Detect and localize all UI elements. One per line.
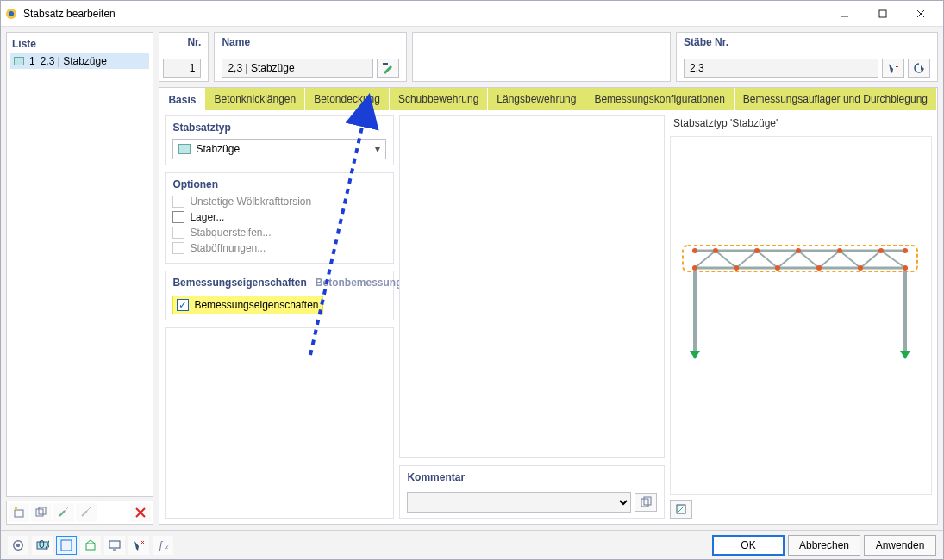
svg-rect-60 <box>109 541 120 548</box>
footer-help-button[interactable] <box>8 536 28 555</box>
svg-line-34 <box>881 251 905 268</box>
svg-point-36 <box>713 248 718 253</box>
footer-model-button[interactable] <box>80 536 101 555</box>
svg-point-41 <box>816 265 822 271</box>
ok-button[interactable]: OK <box>712 535 785 556</box>
preview-canvas <box>670 136 932 495</box>
stabsatztyp-select[interactable]: Stabzüge ▾ <box>172 139 386 159</box>
main-pane: Basis Betonknicklängen Betondeckung Schu… <box>159 87 938 525</box>
app-icon <box>4 7 18 21</box>
tab-betondeckung[interactable]: Betondeckung <box>305 88 390 110</box>
titlebar: Stabsatz bearbeiten <box>1 1 943 27</box>
name-input[interactable] <box>222 59 373 78</box>
middle-column: Kommentar <box>399 115 665 519</box>
list-item-color-icon <box>14 57 24 65</box>
bemessung-subtabs: Bemessungseigenschaften Betonbemessung <box>172 277 386 289</box>
assign-button-2[interactable] <box>76 503 97 522</box>
form-column: Stabsatztyp Stabzüge ▾ Optionen <box>165 115 394 519</box>
nr-field-box: Nr. <box>159 32 209 82</box>
tab-schubbewehrung[interactable]: Schubbewehrung <box>390 88 488 110</box>
form-spacer <box>165 327 394 519</box>
empty-field-box <box>412 32 671 82</box>
svg-point-43 <box>858 265 863 271</box>
bemessungseigenschaften-checkbox-row[interactable]: ✓ Bemessungseigenschaften <box>172 296 322 314</box>
tab-basis[interactable]: Basis <box>159 88 205 110</box>
window-title: Stabsatz bearbeiten <box>23 8 826 20</box>
new-item-button[interactable] <box>9 503 29 522</box>
footer-view-button[interactable] <box>56 536 77 555</box>
reverse-button[interactable] <box>908 59 930 78</box>
name-field-box: Name <box>214 32 407 82</box>
list-item-label: 2,3 | Stabzüge <box>41 55 107 67</box>
svg-marker-7 <box>15 507 17 510</box>
svg-marker-22 <box>900 351 910 359</box>
svg-point-40 <box>796 248 801 253</box>
copy-item-button[interactable] <box>31 503 52 522</box>
svg-line-26 <box>716 251 736 268</box>
svg-line-31 <box>819 251 840 268</box>
svg-text:0,00: 0,00 <box>39 538 49 551</box>
option-lager[interactable]: Lager... <box>172 211 386 223</box>
svg-rect-12 <box>383 63 388 65</box>
footer-select-button[interactable] <box>128 536 149 555</box>
footer-units-button[interactable]: 0,00 <box>32 536 53 555</box>
checkbox-icon[interactable] <box>172 211 184 223</box>
pick-members-button[interactable] <box>882 59 904 78</box>
svg-rect-6 <box>15 510 23 517</box>
option-stabquersteifen: Stabquersteifen... <box>172 227 386 239</box>
bemessung-group: Bemessungseigenschaften Betonbemessung ✓… <box>165 271 394 320</box>
option-woelbkraft: Unstetige Wölbkrafttorsion <box>172 196 386 208</box>
close-button[interactable] <box>902 2 940 26</box>
top-fields: Nr. Name Stäbe Nr. <box>159 32 938 82</box>
delete-item-button[interactable] <box>130 503 151 522</box>
list-item[interactable]: 1 2,3 | Stabzüge <box>10 53 149 69</box>
preview-settings-button[interactable] <box>670 500 692 519</box>
list-panel: Liste 1 2,3 | Stabzüge <box>6 32 153 497</box>
stabsatztyp-label: Stabsatztyp <box>172 121 386 134</box>
nr-input[interactable] <box>163 59 201 78</box>
maximize-button[interactable] <box>864 2 902 26</box>
comment-select[interactable] <box>407 492 631 513</box>
name-label: Name <box>222 36 399 48</box>
bemessungseigenschaften-label: Bemessungseigenschaften <box>194 299 318 311</box>
assign-button-1[interactable] <box>53 503 74 522</box>
stabsatztyp-group: Stabsatztyp Stabzüge ▾ <box>165 115 394 165</box>
right-column: Nr. Name Stäbe Nr. <box>159 32 938 525</box>
comment-store-button[interactable] <box>635 493 657 512</box>
nr-label: Nr. <box>187 36 201 48</box>
tab-bemessungskonfigurationen[interactable]: Bemessungskonfigurationen <box>585 88 734 110</box>
apply-button[interactable]: Anwenden <box>864 535 936 556</box>
minimize-button[interactable] <box>826 2 864 26</box>
footer-function-button[interactable]: ƒₓ <box>153 536 173 555</box>
subtab-bemessungseigenschaften[interactable]: Bemessungseigenschaften <box>172 277 306 289</box>
chevron-down-icon: ▾ <box>375 143 380 155</box>
cancel-button[interactable]: Abbrechen <box>788 535 860 556</box>
checkbox-checked-icon[interactable]: ✓ <box>177 299 189 311</box>
stabe-field-box: Stäbe Nr. <box>676 32 938 82</box>
svg-line-29 <box>778 251 798 268</box>
tab-bemessungsauflager[interactable]: Bemessungsauflager und Durchbiegung <box>735 88 937 110</box>
checkbox-icon <box>172 227 184 239</box>
dialog-body: Liste 1 2,3 | Stabzüge <box>1 27 943 530</box>
tab-laengsbewehrung[interactable]: Längsbewehrung <box>488 88 585 110</box>
svg-line-58 <box>86 540 91 544</box>
svg-point-1 <box>9 11 14 16</box>
edit-name-button[interactable] <box>377 59 399 78</box>
footer-display-button[interactable] <box>104 536 125 555</box>
list-title: Liste <box>12 38 147 50</box>
svg-text:ƒₓ: ƒₓ <box>158 539 169 551</box>
subtab-betonbemessung[interactable]: Betonbemessung <box>316 277 403 289</box>
stabe-input[interactable] <box>684 59 878 78</box>
svg-point-53 <box>16 543 20 546</box>
svg-rect-3 <box>879 10 886 17</box>
svg-rect-56 <box>61 540 72 551</box>
dialog-footer: 0,00 ƒₓ OK Abbrechen Anwenden <box>1 530 943 559</box>
middle-empty-area <box>399 115 665 458</box>
tab-betonknicklaengen[interactable]: Betonknicklängen <box>205 88 305 110</box>
structure-preview-icon <box>671 137 929 464</box>
dialog-window: Stabsatz bearbeiten Liste 1 2,3 | Stabzü… <box>0 0 944 560</box>
stabsatztyp-value: Stabzüge <box>196 143 375 155</box>
optionen-label: Optionen <box>172 178 386 190</box>
svg-line-28 <box>757 251 778 268</box>
svg-point-45 <box>903 248 908 253</box>
